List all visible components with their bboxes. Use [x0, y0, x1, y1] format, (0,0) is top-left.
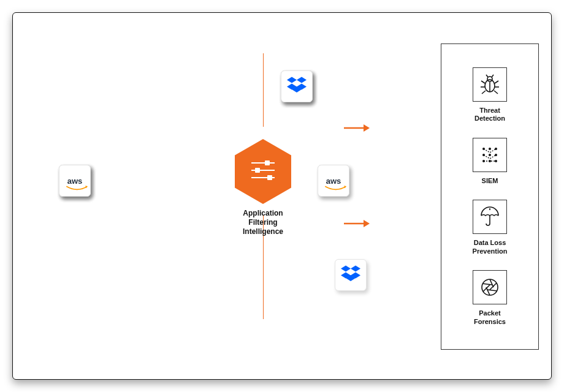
svg-point-40	[489, 148, 491, 150]
siem-icon	[473, 138, 507, 172]
tools-panel: Threat Detection SIEM	[441, 43, 539, 350]
svg-line-35	[482, 91, 486, 94]
tool-label: SIEM	[482, 177, 498, 186]
svg-point-45	[482, 160, 485, 162]
app-tile-aws: aws	[59, 165, 91, 197]
svg-line-56	[482, 284, 492, 285]
divider-top	[263, 53, 264, 127]
tool-data-loss-prevention: Data Loss Prevention	[473, 200, 508, 256]
sliders-icon	[249, 157, 277, 186]
filter-hexagon	[235, 139, 291, 204]
filter-label: Application Filtering Intelligence	[235, 209, 291, 236]
svg-point-29	[487, 77, 492, 81]
svg-marker-27	[364, 220, 370, 227]
tool-threat-detection: Threat Detection	[473, 67, 507, 124]
svg-marker-13	[287, 77, 297, 83]
svg-point-43	[489, 154, 491, 156]
svg-rect-9	[255, 168, 260, 173]
svg-point-50	[482, 279, 498, 295]
tool-packet-forensics: Packet Forensics	[473, 270, 507, 326]
svg-marker-19	[341, 266, 351, 272]
umbrella-icon	[473, 200, 507, 234]
svg-line-55	[483, 285, 490, 292]
aws-icon: aws	[326, 176, 341, 186]
app-tile-aws: aws	[318, 165, 349, 197]
dropbox-icon	[287, 77, 307, 96]
svg-marker-14	[297, 77, 307, 83]
svg-line-38	[492, 75, 494, 77]
diagram-frame: f SAP aws Application Filterin	[12, 12, 552, 380]
svg-point-39	[482, 148, 485, 150]
svg-line-53	[487, 290, 497, 291]
app-tile-dropbox	[281, 70, 313, 102]
svg-line-31	[481, 81, 485, 83]
svg-point-46	[489, 160, 491, 162]
svg-line-32	[495, 81, 498, 83]
svg-point-42	[482, 154, 485, 156]
aws-icon: aws	[67, 176, 83, 186]
svg-point-41	[495, 148, 497, 150]
svg-line-36	[494, 91, 498, 94]
arrow-icon	[343, 122, 370, 134]
tool-label: Data Loss Prevention	[473, 239, 508, 256]
app-tile-dropbox	[335, 259, 367, 291]
svg-point-47	[495, 160, 497, 162]
svg-rect-11	[267, 175, 272, 180]
dropbox-icon	[341, 265, 360, 285]
tool-label: Packet Forensics	[474, 309, 506, 326]
svg-line-52	[490, 283, 497, 290]
tool-siem: SIEM	[473, 138, 507, 186]
svg-point-44	[495, 154, 497, 156]
svg-marker-25	[364, 124, 370, 132]
aperture-icon	[473, 270, 507, 304]
svg-line-37	[486, 75, 488, 77]
filter-node: Application Filtering Intelligence	[235, 139, 291, 236]
svg-rect-7	[265, 160, 270, 165]
arrow-icon	[343, 217, 370, 230]
tool-label: Threat Detection	[474, 107, 505, 124]
bug-icon	[473, 67, 507, 102]
svg-marker-20	[351, 266, 360, 272]
